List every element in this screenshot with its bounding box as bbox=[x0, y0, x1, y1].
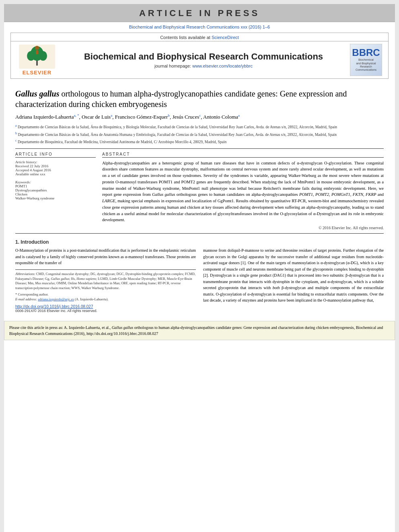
abstract-heading: ABSTRACT bbox=[102, 152, 384, 158]
author2: , Oscar de Luis bbox=[79, 114, 111, 120]
author1-sup: a, * bbox=[74, 113, 79, 117]
available-online: Available online xxx bbox=[15, 172, 96, 176]
svg-point-3 bbox=[27, 51, 35, 61]
article-info-col: ARTICLE INFO Article history: Received 2… bbox=[15, 152, 96, 230]
intro-body-cols: O-Mannosylation of proteins is a post-tr… bbox=[15, 247, 384, 313]
affil-sup-1: a bbox=[15, 124, 17, 127]
bbrc-logo: BBRC Biochemicaland BiophysicalResearchC… bbox=[350, 44, 382, 76]
affiliations: a Departamento de Ciencias Básicas de la… bbox=[15, 123, 384, 145]
history-label: Article history: bbox=[15, 160, 96, 164]
header-box: Contents lists available at ScienceDirec… bbox=[10, 33, 389, 79]
sep-line-1 bbox=[15, 148, 384, 149]
footnotes-area: Abbreviations: CMD, Congenital muscular … bbox=[15, 269, 196, 302]
article-title-area: Gallus gallus orthologous to human alpha… bbox=[15, 88, 384, 109]
accepted-date: Accepted 4 August 2016 bbox=[15, 168, 96, 172]
journal-homepage: journal homepage: www.elsevier.com/locat… bbox=[59, 64, 348, 68]
affil-sup-2: b bbox=[15, 131, 17, 135]
affil-2: b Departamento de Ciencias Básicas de la… bbox=[15, 131, 384, 138]
journal-name-text: Biochemical and Biophysical Research Com… bbox=[129, 25, 270, 29]
intro-col-right: mannose from doliquil-P-mannose to serin… bbox=[203, 247, 384, 313]
affil-text-3: Departamento de Bioquímica, Facultad de … bbox=[18, 140, 226, 144]
journal-name-line: Biochemical and Biophysical Research Com… bbox=[4, 22, 395, 31]
elsevier-tree-icon bbox=[19, 45, 55, 69]
keyword-3: Chicken bbox=[15, 192, 96, 196]
affil-sup-3: c bbox=[15, 139, 17, 142]
keyword-2: Dystroglycanopathies bbox=[15, 188, 96, 192]
corresponding-footnote: * Corresponding author. bbox=[15, 292, 196, 297]
homepage-label: journal homepage: bbox=[154, 64, 191, 68]
svg-rect-6 bbox=[36, 50, 38, 54]
abstract-text: Alpha-dystroglycanopathies are a heterog… bbox=[102, 160, 384, 224]
sep-line-2 bbox=[15, 233, 384, 234]
main-content: Gallus gallus orthologous to human alpha… bbox=[4, 79, 395, 317]
abstract-col: ABSTRACT Alpha-dystroglycanopathies are … bbox=[102, 152, 384, 230]
affil-text-2: Departamento de Ciencias Básicas de la S… bbox=[18, 133, 337, 137]
author3: , Francisco Gómez-Esquer bbox=[112, 114, 168, 120]
article-info-abstract-cols: ARTICLE INFO Article history: Received 2… bbox=[15, 152, 384, 230]
author5-sup: a bbox=[238, 113, 240, 117]
intro-text-left: O-Mannosylation of proteins is a post-tr… bbox=[15, 247, 196, 266]
article-title-rest: orthologous to human alpha-dystroglycano… bbox=[15, 89, 347, 109]
intro-text-right: mannose from doliquil-P-mannose to serin… bbox=[203, 247, 384, 304]
keyword-4: Walker-Warburg syndrome bbox=[15, 196, 96, 200]
email-footnote: E-mail address: adriana.izquierdo@urjc.e… bbox=[15, 297, 196, 302]
article-history: Article history: Received 22 July 2016 A… bbox=[15, 160, 96, 176]
author5: , Antonio Coloma bbox=[201, 114, 238, 120]
doi-line: http://dx.doi.org/10.1016/j.bbrc.2016.08… bbox=[15, 304, 196, 309]
homepage-link[interactable]: www.elsevier.com/locate/ybbrc bbox=[192, 64, 253, 68]
email-link[interactable]: adriana.izquierdo@urjc.es bbox=[38, 297, 74, 301]
elsevier-label: ELSEVIER bbox=[23, 70, 51, 76]
abbrev-italic: Abbreviations: CMD, Congenital muscular … bbox=[15, 272, 195, 290]
author1: Adriana Izquierdo-Lahuerta bbox=[15, 114, 74, 120]
issn-line: 0006-291X/© 2016 Elsevier Inc. All right… bbox=[15, 309, 196, 313]
intro-col-left: O-Mannosylation of proteins is a post-tr… bbox=[15, 247, 196, 313]
article-title-italic: Gallus gallus bbox=[15, 89, 59, 98]
received-date: Received 22 July 2016 bbox=[15, 164, 96, 168]
bbrc-logo-area: BBRC Biochemicaland BiophysicalResearchC… bbox=[348, 44, 384, 76]
sciencedirect-link[interactable]: ScienceDirect bbox=[212, 35, 239, 40]
citation-box: Please cite this article in press as: A.… bbox=[4, 321, 395, 340]
header-main: ELSEVIER Biochemical and Biophysical Res… bbox=[11, 41, 388, 78]
contents-label: Contents lists available at bbox=[160, 35, 210, 40]
citation-prefix: Please cite this article in press as: A.… bbox=[9, 325, 112, 330]
doi-link[interactable]: http://dx.doi.org/10.1016/j.bbrc.2016.08… bbox=[15, 304, 93, 309]
bbrc-text: BBRC bbox=[352, 48, 380, 58]
article-in-press-banner: ARTICLE IN PRESS bbox=[4, 4, 395, 22]
affil-3: c Departamento de Bioquímica, Facultad d… bbox=[15, 138, 384, 145]
keyword-1: POMT1 bbox=[15, 184, 96, 188]
affil-1: a Departamento de Ciencias Básicas de la… bbox=[15, 123, 384, 130]
svg-point-4 bbox=[39, 51, 47, 61]
page: ARTICLE IN PRESS Biochemical and Biophys… bbox=[4, 4, 395, 532]
header-contents-line: Contents lists available at ScienceDirec… bbox=[11, 33, 388, 41]
journal-title-area: Biochemical and Biophysical Research Com… bbox=[59, 51, 348, 68]
keywords-section: Keywords: POMT1 Dystroglycanopathies Chi… bbox=[15, 180, 96, 200]
elsevier-logo-area: ELSEVIER bbox=[15, 45, 59, 76]
introduction-section: 1. Introduction O-Mannosylation of prote… bbox=[15, 239, 384, 313]
banner-text: ARTICLE IN PRESS bbox=[139, 8, 260, 18]
copyright-line: © 2016 Elsevier Inc. All rights reserved… bbox=[102, 226, 384, 230]
intro-title: 1. Introduction bbox=[15, 239, 384, 245]
article-title: Gallus gallus orthologous to human alpha… bbox=[15, 88, 384, 109]
elsevier-logo: ELSEVIER bbox=[19, 45, 55, 76]
abbreviations-footnote: Abbreviations: CMD, Congenital muscular … bbox=[15, 272, 196, 291]
citation-title-italic: Gallus gallus bbox=[112, 325, 134, 330]
article-info-heading: ARTICLE INFO bbox=[15, 152, 96, 158]
journal-title: Biochemical and Biophysical Research Com… bbox=[59, 51, 348, 62]
affil-text-1: Departamento de Ciencias Básicas de la S… bbox=[18, 125, 337, 129]
author4: , Jesús Cruces bbox=[170, 114, 199, 120]
authors-line: Adriana Izquierdo-Lahuertaa, *, Oscar de… bbox=[15, 113, 384, 120]
keywords-label: Keywords: bbox=[15, 180, 96, 184]
svg-point-5 bbox=[35, 46, 39, 50]
